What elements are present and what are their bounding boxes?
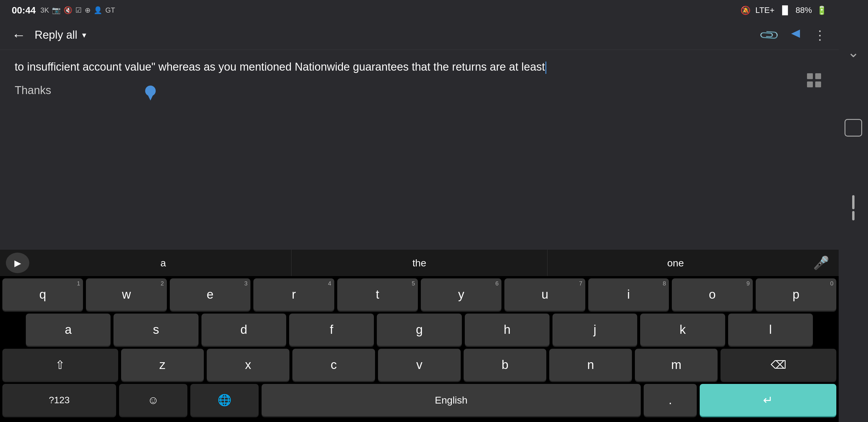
battery-icon: 🔋	[817, 6, 827, 15]
key-y[interactable]: 6 y	[421, 279, 501, 311]
key-c[interactable]: c	[292, 349, 375, 381]
send-icon	[789, 28, 802, 43]
key-w[interactable]: 2 w	[86, 279, 166, 311]
key-q[interactable]: 1 q	[2, 279, 83, 311]
reply-all-button[interactable]: Reply all ▾	[35, 29, 86, 41]
dropdown-arrow-icon: ▾	[82, 30, 86, 40]
emoji-icon: ☺	[148, 394, 159, 407]
key-r[interactable]: 4 r	[253, 279, 334, 311]
home-button[interactable]	[844, 119, 862, 136]
checkbox-icon: ☑	[75, 6, 82, 14]
key-g[interactable]: g	[377, 314, 462, 346]
grid-dot-4	[815, 82, 821, 87]
side-chevron-icon[interactable]: ⌄	[847, 44, 859, 60]
signal-icon: ▐▌	[779, 6, 791, 15]
lte-icon: LTE+	[755, 6, 775, 15]
suggestion-toggle-button[interactable]: ▶	[6, 253, 29, 273]
email-content[interactable]: to insufficient account value" whereas a…	[0, 50, 839, 250]
grid-dot-2	[815, 73, 821, 79]
key-rows: 1 q 2 w 3 e 4 r 5 t	[0, 276, 839, 419]
backspace-key[interactable]: ⌫	[720, 349, 836, 381]
key-h[interactable]: h	[465, 314, 550, 346]
reply-all-label: Reply all	[35, 29, 78, 41]
suggestion-a[interactable]: a	[35, 250, 291, 276]
key-o[interactable]: 9 o	[672, 279, 752, 311]
period-key[interactable]: .	[644, 384, 697, 416]
key-p[interactable]: 0 p	[756, 279, 836, 311]
key-i[interactable]: 8 i	[588, 279, 669, 311]
mute-icon: 🔇	[64, 6, 72, 14]
battery-label: 88%	[796, 6, 812, 15]
key-x[interactable]: x	[207, 349, 289, 381]
action-bar-left: ← Reply all ▾	[12, 28, 86, 42]
space-key[interactable]: English	[261, 384, 641, 416]
symbol-label: ?123	[49, 395, 69, 405]
recents-icon-2	[852, 211, 855, 220]
resolution-icon: 3K	[40, 6, 49, 14]
space-label: English	[435, 394, 468, 406]
email-body: to insufficient account value" whereas a…	[15, 59, 824, 75]
status-left: 00:44 3K 📷 🔇 ☑ ⊕ 👤 GT	[12, 5, 115, 16]
key-l[interactable]: l	[728, 314, 813, 346]
keyboard: ▶ a the one 🎤 1 q 2 w	[0, 250, 839, 422]
send-button[interactable]	[789, 27, 802, 43]
grid-dot-3	[807, 82, 813, 87]
emoji-key[interactable]: ☺	[119, 384, 187, 416]
grid-dot-1	[807, 73, 813, 79]
key-z[interactable]: z	[121, 349, 204, 381]
grid-icon[interactable]	[807, 73, 821, 87]
suggestions-items: a the one	[35, 250, 804, 276]
suggestion-one[interactable]: one	[547, 250, 804, 276]
key-b[interactable]: b	[464, 349, 546, 381]
key-u[interactable]: 7 u	[504, 279, 585, 311]
text-cursor	[546, 62, 546, 74]
svg-marker-2	[147, 94, 154, 100]
key-k[interactable]: k	[640, 314, 725, 346]
translate-icon: GT	[105, 6, 115, 14]
period-label: .	[669, 393, 672, 407]
recents-button[interactable]	[852, 195, 855, 220]
key-n[interactable]: n	[549, 349, 632, 381]
key-a[interactable]: a	[26, 314, 111, 346]
svg-marker-0	[791, 30, 800, 38]
key-e[interactable]: 3 e	[170, 279, 250, 311]
globe-icon: 🌐	[218, 394, 231, 407]
shift-icon: ⇧	[55, 358, 65, 371]
key-j[interactable]: j	[553, 314, 637, 346]
email-thanks: Thanks	[15, 84, 824, 97]
action-bar-right: 📎 ⋮	[761, 27, 827, 43]
mic-icon: 🎤	[813, 255, 829, 270]
attachment-icon: 📎	[758, 24, 780, 46]
globe-key[interactable]: 🌐	[190, 384, 259, 416]
key-row-1: 1 q 2 w 3 e 4 r 5 t	[2, 279, 836, 311]
key-f[interactable]: f	[289, 314, 374, 346]
no-sound-icon: 🔕	[740, 6, 751, 15]
shift-key[interactable]: ⇧	[2, 349, 118, 381]
key-s[interactable]: s	[114, 314, 198, 346]
action-bar: ← Reply all ▾ 📎 ⋮	[0, 21, 839, 50]
camera2-icon: ⊕	[85, 6, 91, 14]
more-icon: ⋮	[813, 28, 827, 42]
mic-button[interactable]: 🎤	[809, 251, 833, 274]
symbol-key[interactable]: ?123	[2, 384, 116, 416]
status-bar: 00:44 3K 📷 🔇 ☑ ⊕ 👤 GT 🔕 LTE+ ▐▌ 88% 🔋	[0, 0, 839, 21]
key-v[interactable]: v	[378, 349, 461, 381]
person-icon: 👤	[94, 6, 102, 14]
status-time: 00:44	[12, 5, 36, 16]
attachment-button[interactable]: 📎	[761, 28, 777, 43]
camera-icon: 📷	[52, 6, 61, 14]
enter-icon: ↵	[763, 393, 773, 407]
more-options-button[interactable]: ⋮	[813, 28, 827, 42]
backspace-icon: ⌫	[771, 358, 786, 371]
enter-key[interactable]: ↵	[700, 384, 836, 416]
key-d[interactable]: d	[202, 314, 286, 346]
key-row-2: a s d f g h j	[2, 314, 836, 346]
recents-icon	[852, 195, 855, 209]
key-t[interactable]: 5 t	[337, 279, 418, 311]
key-row-bottom: ?123 ☺ 🌐 English . ↵	[2, 384, 836, 419]
side-panel: ⌄	[839, 0, 868, 422]
key-m[interactable]: m	[635, 349, 718, 381]
status-icons: 3K 📷 🔇 ☑ ⊕ 👤 GT	[40, 6, 115, 14]
back-button[interactable]: ←	[12, 28, 26, 42]
suggestion-the[interactable]: the	[291, 250, 548, 276]
